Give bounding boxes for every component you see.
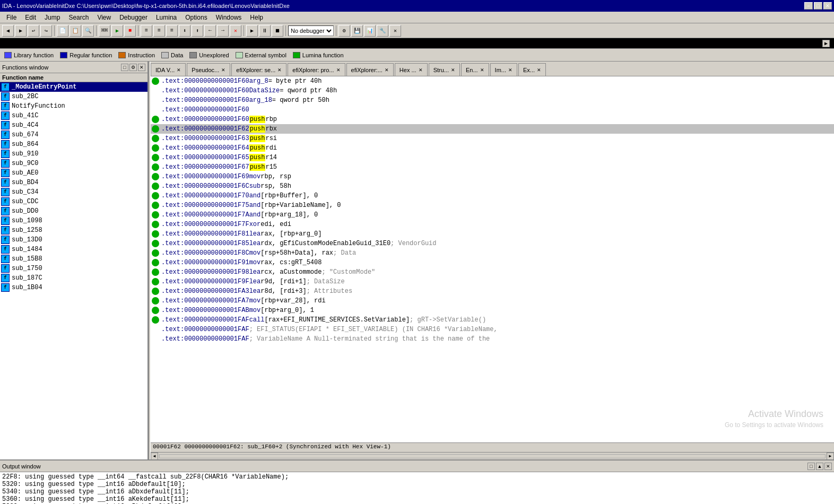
functions-close-button[interactable]: ✕ xyxy=(138,64,145,71)
func-item-sub_cdc[interactable]: fsub_CDC xyxy=(0,197,147,206)
func-item-sub_13d0[interactable]: fsub_13D0 xyxy=(0,235,147,245)
func-item-sub_1098[interactable]: fsub_1098 xyxy=(0,216,147,225)
tab-8[interactable]: Im...✕ xyxy=(490,63,517,76)
menu-item-edit[interactable]: Edit xyxy=(21,13,40,22)
toolbar-button-d2[interactable]: 💾 xyxy=(351,25,363,37)
tab-6[interactable]: Stru...✕ xyxy=(429,63,460,76)
func-item-sub_15b8[interactable]: fsub_15B8 xyxy=(0,254,147,264)
tab-close-3[interactable]: ✕ xyxy=(336,67,341,73)
toolbar-button-d5[interactable]: ✕ xyxy=(389,25,401,37)
tab-close-7[interactable]: ✕ xyxy=(480,67,484,73)
legend-color-5 xyxy=(236,52,243,58)
output-content[interactable]: 22F8: using guessed type __int64 __fastc… xyxy=(0,472,834,504)
tab-close-1[interactable]: ✕ xyxy=(221,67,225,73)
toolbar-button-arrow-r[interactable]: → xyxy=(217,25,229,37)
toolbar-button-d1[interactable]: ⚙ xyxy=(338,25,350,37)
menu-item-view[interactable]: View xyxy=(93,13,115,22)
func-icon: f xyxy=(1,216,10,225)
tab-close-9[interactable]: ✕ xyxy=(537,67,541,73)
hscroll-track[interactable] xyxy=(159,454,826,458)
toolbar-button-run[interactable]: ▶ xyxy=(111,25,123,37)
code-view[interactable]: .text:00000000000001F60 arg_8 = byte ptr… xyxy=(151,76,834,442)
func-item-sub_ae0[interactable]: fsub_AE0 xyxy=(0,168,147,178)
func-item-sub_1258[interactable]: fsub_1258 xyxy=(0,225,147,235)
func-item-sub_1750[interactable]: fsub_1750 xyxy=(0,264,147,273)
toolbar-button-5[interactable]: 📄 xyxy=(57,25,68,37)
func-item-sub_1484[interactable]: fsub_1484 xyxy=(0,245,147,254)
toolbar-button-7[interactable]: 🔍 xyxy=(82,25,94,37)
tab-close-8[interactable]: ✕ xyxy=(508,67,512,73)
toolbar-button-3[interactable]: ↩ xyxy=(28,25,39,37)
func-item-sub_910[interactable]: fsub_910 xyxy=(0,149,147,159)
func-item-sub_4c4[interactable]: fsub_4C4 xyxy=(0,120,147,130)
tab-5[interactable]: Hex ...✕ xyxy=(395,63,428,76)
nav-scroll-btn[interactable]: ▶ xyxy=(822,40,830,47)
tab-close-5[interactable]: ✕ xyxy=(419,67,423,73)
output-close-button[interactable]: ✕ xyxy=(824,463,832,470)
tab-close-6[interactable]: ✕ xyxy=(451,67,455,73)
tab-0[interactable]: IDA V...✕ xyxy=(151,63,186,76)
output-restore-button[interactable]: □ xyxy=(807,463,815,470)
toolbar-button-arrow-l[interactable]: ← xyxy=(204,25,216,37)
toolbar-button-6[interactable]: 📋 xyxy=(70,25,81,37)
func-item-sub_bd4[interactable]: fsub_BD4 xyxy=(0,178,147,187)
toolbar-button-d3[interactable]: 📊 xyxy=(364,25,376,37)
func-item-_moduleentrypoint[interactable]: f_ModuleEntryPoint xyxy=(0,82,147,92)
toolbar-button-s1[interactable]: ≡ xyxy=(141,25,152,37)
toolbar-button-s3[interactable]: ≡ xyxy=(166,25,178,37)
tab-1[interactable]: Pseudoc...✕ xyxy=(187,63,230,76)
toolbar-button-4[interactable]: ↪ xyxy=(40,25,52,37)
menu-item-lumina[interactable]: Lumina xyxy=(152,13,181,22)
menu-item-jump[interactable]: Jump xyxy=(40,13,64,22)
toolbar-button-stop[interactable]: ■ xyxy=(124,25,136,37)
toolbar-button-debug1[interactable]: ▶ xyxy=(246,25,258,37)
toolbar-button-s5[interactable]: ⬆ xyxy=(192,25,203,37)
tab-close-2[interactable]: ✕ xyxy=(277,67,282,73)
menu-item-options[interactable]: Options xyxy=(181,13,211,22)
maximize-button[interactable]: □ xyxy=(814,2,822,10)
menu-item-file[interactable]: File xyxy=(2,13,21,22)
toolbar-button-s4[interactable]: ⬇ xyxy=(179,25,190,37)
func-item-sub_864[interactable]: fsub_864 xyxy=(0,140,147,149)
func-item-sub_1b04[interactable]: fsub_1B04 xyxy=(0,283,147,292)
menu-item-search[interactable]: Search xyxy=(64,13,93,22)
output-maximize-button[interactable]: ▲ xyxy=(816,463,823,470)
functions-pin-button[interactable]: □ xyxy=(121,64,128,71)
toolbar-button-hex[interactable]: HH xyxy=(99,25,110,37)
menu-item-debugger[interactable]: Debugger xyxy=(115,13,152,22)
tab-4[interactable]: efiXplorer:...✕ xyxy=(346,63,394,76)
func-item-sub_187c[interactable]: fsub_187C xyxy=(0,273,147,283)
tab-3[interactable]: efiXplorer: pro...✕ xyxy=(288,63,345,76)
func-item-notifyfunction[interactable]: fNotifyFunction xyxy=(0,101,147,111)
code-hscroll[interactable]: ◀ ▶ xyxy=(151,452,834,459)
func-item-sub_41c[interactable]: fsub_41C xyxy=(0,111,147,120)
toolbar-button-x[interactable]: ✕ xyxy=(230,25,241,37)
tab-7[interactable]: En...✕ xyxy=(461,63,489,76)
hscroll-right[interactable]: ▶ xyxy=(827,453,834,460)
func-item-sub_2bc[interactable]: fsub_2BC xyxy=(0,92,147,101)
menu-item-windows[interactable]: Windows xyxy=(212,13,246,22)
toolbar-button-1[interactable]: ◀ xyxy=(2,25,14,37)
toolbar-button-s2[interactable]: ≡ xyxy=(153,25,165,37)
func-item-sub_dd0[interactable]: fsub_DD0 xyxy=(0,206,147,216)
toolbar-button-debug3[interactable]: ⏹ xyxy=(272,25,283,37)
minimize-button[interactable]: − xyxy=(804,2,813,10)
tab-close-4[interactable]: ✕ xyxy=(385,67,389,73)
menu-item-help[interactable]: Help xyxy=(246,13,267,22)
tab-9[interactable]: Ex...✕ xyxy=(518,63,546,76)
close-button[interactable]: ✕ xyxy=(823,2,832,10)
func-item-sub_674[interactable]: fsub_674 xyxy=(0,130,147,140)
func-item-sub_c34[interactable]: fsub_C34 xyxy=(0,187,147,197)
toolbar-button-2[interactable]: ▶ xyxy=(15,25,27,37)
functions-settings-button[interactable]: ⚙ xyxy=(129,64,137,71)
tab-2[interactable]: efiXplorer: se...✕ xyxy=(231,63,286,76)
functions-list[interactable]: f_ModuleEntryPointfsub_2BCfNotifyFunctio… xyxy=(0,82,147,459)
tab-close-0[interactable]: ✕ xyxy=(177,67,181,73)
func-icon: f xyxy=(1,83,10,91)
func-item-sub_9c0[interactable]: fsub_9C0 xyxy=(0,159,147,168)
debugger-dropdown[interactable]: No debugger xyxy=(288,25,334,36)
func-icon: f xyxy=(1,102,10,110)
hscroll-left[interactable]: ◀ xyxy=(151,453,158,460)
toolbar-button-debug2[interactable]: ⏸ xyxy=(259,25,271,37)
toolbar-button-d4[interactable]: 🔧 xyxy=(377,25,388,37)
